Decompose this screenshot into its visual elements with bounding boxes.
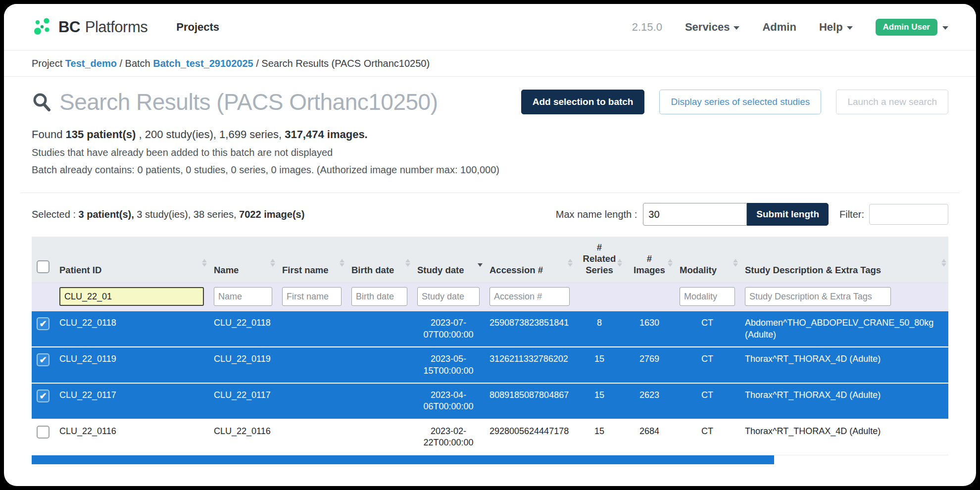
- column-header-related_series[interactable]: # Related Series: [575, 237, 624, 283]
- cell-images: 2623: [624, 383, 675, 419]
- cell-birth_date: [346, 419, 412, 455]
- filter-input-birth_date[interactable]: [351, 287, 407, 306]
- text-segment: 3 patient(s),: [79, 209, 134, 220]
- cell-patient_id: CLU_22_0118: [54, 311, 209, 347]
- cell-images: 1630: [624, 311, 675, 347]
- row-checkbox[interactable]: [37, 426, 49, 439]
- nav-item-admin[interactable]: Admin: [762, 21, 796, 34]
- sort-icon[interactable]: [733, 259, 738, 267]
- text-segment: , 200 study(ies), 1,699 series,: [136, 128, 285, 141]
- table-row[interactable]: ✔CLU_22_0118CLU_22_01182023-07-07T00:00:…: [32, 311, 948, 347]
- user-badge[interactable]: Admin User: [876, 19, 937, 36]
- nav-item-help[interactable]: Help: [819, 21, 853, 34]
- breadcrumb-text: Search Results (PACS Orthanc10250): [261, 58, 430, 69]
- brand[interactable]: BCPlatforms: [32, 16, 147, 38]
- cell-birth_date: [346, 383, 412, 419]
- cell-related_series: 15: [575, 347, 624, 383]
- page-title-text: Search Results (PACS Orthanc10250): [59, 89, 438, 115]
- cell-accession: 8089185087804867: [485, 383, 575, 419]
- cell-name: CLU_22_0117: [209, 383, 277, 419]
- cell-modality: CT: [675, 419, 740, 455]
- add-selection-to-batch-button[interactable]: Add selection to batch: [521, 90, 645, 114]
- sort-icon[interactable]: [270, 259, 275, 267]
- row-checkbox-checked[interactable]: ✔: [37, 317, 49, 330]
- filter-input-study_date[interactable]: [417, 287, 480, 306]
- cell-study_date: 2023-05-15T00:00:00: [412, 347, 485, 383]
- cell-description: Thorax^RT_THORAX_4D (Adulte): [740, 347, 948, 383]
- text-segment: 317,474 images.: [285, 128, 368, 141]
- column-header-accession[interactable]: Accession #: [485, 237, 575, 283]
- filter-cell-patient_id: [54, 283, 209, 311]
- max-name-length-label: Max name length :: [556, 209, 637, 220]
- table-row[interactable]: CLU_22_0116CLU_22_01162023-02-22T00:00:0…: [32, 419, 948, 455]
- cell-related_series: 15: [575, 383, 624, 419]
- page-title: Search Results (PACS Orthanc10250): [32, 89, 438, 115]
- sort-icon[interactable]: [668, 259, 673, 267]
- filter-input-accession[interactable]: [490, 287, 570, 306]
- sort-desc-icon[interactable]: [478, 263, 483, 267]
- sort-icon[interactable]: [568, 259, 573, 267]
- breadcrumb-link[interactable]: Test_demo: [65, 58, 117, 69]
- user-menu[interactable]: Admin User: [876, 19, 948, 36]
- column-header-study_date[interactable]: Study date: [412, 237, 485, 283]
- cell-study_date: 2023-04-06T00:00:00: [412, 383, 485, 419]
- cell-description: Thorax^RT_THORAX_4D (Adulte): [740, 419, 948, 455]
- table-filter-row: [32, 283, 948, 311]
- breadcrumb: Project Test_demo / Batch Batch_test_291…: [4, 50, 976, 77]
- breadcrumb-link[interactable]: Batch_test_29102025: [153, 58, 253, 69]
- column-header-check: [32, 237, 54, 283]
- breadcrumb-text: Batch: [125, 58, 153, 69]
- filter-cell-modality: [675, 283, 740, 311]
- column-header-description[interactable]: Study Description & Extra Tags: [740, 237, 948, 283]
- column-label: Patient ID: [59, 265, 101, 275]
- column-label: # Related Series: [583, 242, 616, 275]
- next-row-partial[interactable]: [32, 455, 774, 464]
- filter-input-name[interactable]: [214, 287, 272, 306]
- global-filter-input[interactable]: [869, 204, 948, 225]
- services-label: Services: [685, 21, 730, 34]
- column-header-patient_id[interactable]: Patient ID: [54, 237, 209, 283]
- table-row[interactable]: ✔CLU_22_0119CLU_22_01192023-05-15T00:00:…: [32, 347, 948, 383]
- breadcrumb-text: /: [117, 58, 125, 69]
- table-header-row: Patient IDNameFirst nameBirth dateStudy …: [32, 237, 948, 283]
- filter-input-modality[interactable]: [680, 287, 735, 306]
- cell-first_name: [277, 347, 346, 383]
- text-segment: 135 patient(s): [66, 128, 136, 141]
- search-icon: [32, 92, 51, 112]
- help-label: Help: [819, 21, 843, 34]
- table-row[interactable]: ✔CLU_22_0117CLU_22_01172023-04-06T00:00:…: [32, 383, 948, 419]
- cell-patient_id: CLU_22_0116: [54, 419, 209, 455]
- column-label: Modality: [680, 265, 717, 275]
- sort-icon[interactable]: [617, 259, 622, 267]
- cell-name: CLU_22_0119: [209, 347, 277, 383]
- cell-first_name: [277, 311, 346, 347]
- filter-input-first_name[interactable]: [282, 287, 342, 306]
- cell-related_series: 15: [575, 419, 624, 455]
- row-checkbox-checked[interactable]: ✔: [37, 390, 49, 402]
- results-table: Patient IDNameFirst nameBirth dateStudy …: [32, 237, 948, 455]
- filter-input-patient_id[interactable]: [59, 287, 204, 306]
- display-series-button[interactable]: Display series of selected studies: [659, 90, 821, 114]
- filter-input-description[interactable]: [745, 287, 891, 306]
- column-header-modality[interactable]: Modality: [675, 237, 740, 283]
- text-segment: 3 study(ies), 38 series,: [134, 209, 239, 220]
- select-all-checkbox[interactable]: [37, 260, 49, 273]
- column-header-first_name[interactable]: First name: [277, 237, 346, 283]
- nav-item-projects[interactable]: Projects: [176, 21, 219, 34]
- sort-icon[interactable]: [340, 259, 344, 267]
- sort-icon[interactable]: [941, 259, 946, 267]
- sort-icon[interactable]: [202, 259, 207, 267]
- note-not-displayed: Studies that have already been added to …: [32, 147, 948, 158]
- cell-accession: 3126211332786202: [485, 347, 575, 383]
- cell-check: ✔: [32, 311, 54, 347]
- row-checkbox-checked[interactable]: ✔: [37, 353, 49, 366]
- nav-item-services[interactable]: Services: [685, 21, 740, 34]
- submit-length-button[interactable]: Submit length: [747, 203, 829, 226]
- cell-images: 2769: [624, 347, 675, 383]
- column-header-birth_date[interactable]: Birth date: [346, 237, 412, 283]
- max-name-length-input[interactable]: [643, 203, 747, 226]
- sort-icon[interactable]: [405, 259, 410, 267]
- column-header-name[interactable]: Name: [209, 237, 277, 283]
- column-header-images[interactable]: # Images: [624, 237, 675, 283]
- launch-new-search-button[interactable]: Launch a new search: [836, 90, 948, 114]
